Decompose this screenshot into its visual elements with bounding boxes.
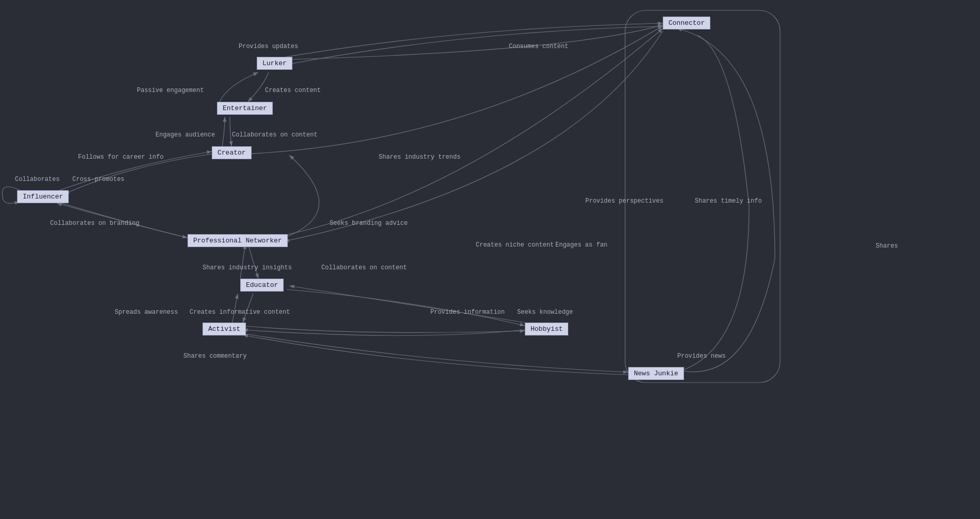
node-activist-label: Activist	[208, 325, 240, 333]
node-educator[interactable]: Educator	[240, 279, 284, 292]
edge-activist-hobbyist	[240, 326, 525, 332]
edge-educator-hobbyist	[287, 289, 525, 326]
edge-label-passive-engagement: Passive engagement	[137, 87, 204, 94]
node-lurker-label: Lurker	[262, 59, 287, 67]
edge-educator-networker	[240, 244, 245, 279]
edge-label-spreads-awareness: Spreads awareness	[115, 309, 178, 316]
edge-educator-activist	[243, 294, 253, 323]
edge-activist-educator	[232, 294, 238, 323]
node-news-junkie[interactable]: News Junkie	[628, 367, 684, 380]
edge-creator-entertainer	[222, 117, 225, 146]
node-creator[interactable]: Creator	[212, 146, 252, 159]
node-lurker[interactable]: Lurker	[257, 57, 292, 70]
edge-label-collaborates-on-branding: Collaborates on branding	[50, 220, 139, 227]
node-educator-label: Educator	[246, 281, 278, 289]
outer-rect	[625, 10, 780, 383]
node-hobbyist[interactable]: Hobbyist	[525, 323, 568, 335]
node-connector[interactable]: Connector	[663, 17, 710, 29]
edge-label-seeks-branding-advice: Seeks branding advice	[330, 220, 408, 227]
edge-lurker-connector	[257, 23, 663, 62]
node-creator-label: Creator	[217, 149, 246, 157]
edge-activist-newsjunkie	[243, 333, 628, 372]
node-professional-networker-label: Professional Networker	[193, 237, 282, 245]
edge-networker-educator	[248, 244, 258, 279]
node-news-junkie-label: News Junkie	[634, 370, 678, 377]
node-influencer[interactable]: Influencer	[17, 190, 69, 203]
edge-entertainer-lurker	[220, 72, 258, 102]
edge-label-follows-career-info: Follows for career info	[78, 154, 164, 161]
edge-label-engages-as-fan: Engages as fan	[555, 241, 608, 249]
edge-label-shares-timely-info: Shares timely info	[695, 197, 762, 205]
edge-label-provides-information: Provides information	[430, 309, 505, 316]
node-influencer-label: Influencer	[23, 193, 63, 201]
edge-label-shares-industry-trends: Shares industry trends	[379, 154, 460, 161]
node-entertainer[interactable]: Entertainer	[217, 102, 273, 115]
node-professional-networker[interactable]: Professional Networker	[188, 234, 288, 247]
edge-label-provides-perspectives: Provides perspectives	[585, 197, 663, 205]
edge-label-consumes-content: Consumes content	[509, 43, 568, 50]
edge-label-creates-informative-content: Creates informative content	[190, 309, 290, 316]
edge-label-cross-promotes: Cross-promotes	[72, 176, 125, 183]
edge-networker-creator	[284, 155, 319, 238]
edge-label-seeks-knowledge: Seeks knowledge	[517, 309, 573, 316]
edge-connector-lurker	[286, 26, 663, 65]
edge-label-collaborates-on-content-2: Collaborates on content	[321, 264, 407, 271]
edge-label-creates-niche-content: Creates niche content	[476, 241, 554, 249]
edge-label-creates-content: Creates content	[265, 87, 321, 94]
edge-label-provides-updates: Provides updates	[239, 43, 298, 50]
edge-hobbyist-activist	[243, 330, 525, 335]
edge-label-provides-news: Provides news	[677, 353, 726, 360]
node-entertainer-label: Entertainer	[223, 104, 267, 112]
edge-label-shares-commentary: Shares commentary	[183, 353, 246, 360]
edge-label-collaborates: Collaborates	[15, 176, 59, 183]
graph-svg	[0, 0, 980, 519]
edge-connector-networker	[284, 31, 663, 241]
edge-label-shares-industry-insights: Shares industry insights	[203, 264, 292, 271]
edge-hobbyist-educator	[289, 286, 525, 323]
edge-label-shares: Shares	[876, 242, 898, 250]
edge-label-engages-audience: Engages audience	[155, 131, 215, 139]
node-hobbyist-label: Hobbyist	[531, 325, 563, 333]
node-connector-label: Connector	[668, 19, 705, 27]
edge-lurker-connector2	[286, 25, 663, 59]
edge-entertainer-creator	[230, 117, 231, 146]
edge-label-collaborates-on-content-1: Collaborates on content	[232, 131, 318, 139]
node-activist[interactable]: Activist	[203, 323, 246, 335]
